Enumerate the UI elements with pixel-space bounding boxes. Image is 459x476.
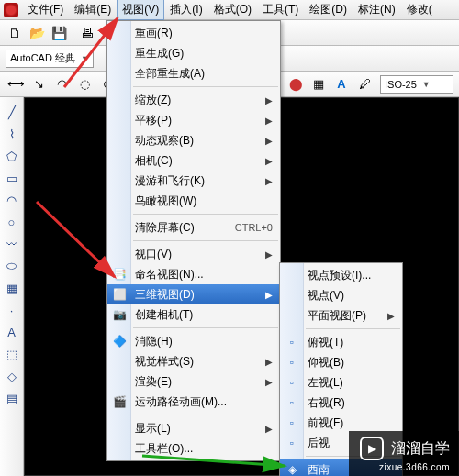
dimstyle-combo[interactable]: ISO-25 ▼ bbox=[380, 75, 453, 94]
print-icon[interactable]: 🖶 bbox=[77, 23, 97, 43]
hide-icon: 🔷 bbox=[112, 334, 127, 349]
camera-icon: 📷 bbox=[112, 307, 127, 322]
sub-top[interactable]: ▫俯视(T) bbox=[280, 332, 402, 352]
watermark-brand: 溜溜自学 bbox=[391, 439, 450, 459]
sub-right[interactable]: ▫右视(R) bbox=[280, 393, 402, 413]
sub-front[interactable]: ▫前视(F) bbox=[280, 413, 402, 433]
dim-linear-icon[interactable]: ⟷ bbox=[6, 74, 26, 94]
menu-edit[interactable]: 编辑(E) bbox=[69, 0, 117, 20]
menu-tools[interactable]: 工具(T) bbox=[257, 0, 304, 20]
menu-file[interactable]: 文件(F) bbox=[22, 0, 69, 20]
submenu-arrow-icon: ▶ bbox=[265, 357, 273, 367]
polyline-icon[interactable]: ⌇ bbox=[2, 124, 22, 144]
sub-viewpoint-preset[interactable]: 视点预设(I)... bbox=[280, 265, 402, 285]
menu-display[interactable]: 显示(L)▶ bbox=[107, 418, 280, 438]
menu-zoom[interactable]: 缩放(Z)▶ bbox=[107, 90, 280, 110]
menu-cleanscreen[interactable]: 清除屏幕(C)CTRL+0 bbox=[107, 217, 280, 238]
menu-pan[interactable]: 平移(P)▶ bbox=[107, 110, 280, 130]
open-icon[interactable]: 📂 bbox=[27, 23, 47, 43]
draw-toolbar: ╱ ⌇ ⬠ ▭ ◠ ○ 〰 ⬭ ▦ ∙ A ⬚ ◇ ▤ bbox=[0, 97, 24, 476]
submenu-arrow-icon: ▶ bbox=[265, 156, 273, 166]
cube-icon: ▫ bbox=[285, 375, 299, 390]
submenu-arrow-icon: ▶ bbox=[387, 311, 395, 321]
view-menu-dropdown: 重画(R) 重生成(G) 全部重生成(A) 缩放(Z)▶ 平移(P)▶ 动态观察… bbox=[106, 20, 281, 461]
layer-box-icon[interactable]: ▦ bbox=[308, 74, 329, 94]
view3d-icon: ⬜ bbox=[112, 287, 127, 302]
menu-insert[interactable]: 插入(I) bbox=[164, 0, 207, 20]
submenu-arrow-icon: ▶ bbox=[265, 136, 273, 146]
motion-icon: 🎬 bbox=[112, 394, 127, 409]
menu-hide[interactable]: 🔷消隐(H) bbox=[107, 331, 280, 351]
submenu-arrow-icon: ▶ bbox=[265, 176, 273, 186]
cube-icon: ▫ bbox=[285, 415, 299, 430]
new-icon[interactable]: 🗋 bbox=[5, 23, 25, 43]
app-icon bbox=[4, 3, 18, 17]
cube-icon: ▫ bbox=[285, 335, 299, 349]
menu-motionpath[interactable]: 🎬运动路径动画(M)... bbox=[107, 392, 280, 412]
watermark: ▶ 溜溜自学 zixue.3d66.com bbox=[349, 431, 459, 476]
menu-view[interactable]: 视图(V) bbox=[117, 0, 164, 20]
submenu-arrow-icon: ▶ bbox=[265, 249, 273, 260]
spline-icon[interactable]: 〰 bbox=[2, 234, 22, 254]
workspace-label: AutoCAD 经典 bbox=[10, 51, 75, 65]
chevron-down-icon: ▼ bbox=[422, 80, 431, 89]
ellipse-icon[interactable]: ⬭ bbox=[2, 256, 22, 276]
menu-walkfly[interactable]: 漫游和飞行(K)▶ bbox=[107, 171, 280, 191]
save-icon[interactable]: 💾 bbox=[49, 23, 69, 43]
submenu-arrow-icon: ▶ bbox=[265, 377, 273, 387]
iso-icon: ◈ bbox=[285, 462, 299, 476]
text-draw-icon[interactable]: A bbox=[2, 322, 22, 342]
dim-aligned-icon[interactable]: ↘ bbox=[28, 74, 49, 94]
submenu-arrow-icon: ▶ bbox=[265, 95, 273, 105]
cube-icon: ▫ bbox=[285, 436, 299, 450]
sub-viewpoint[interactable]: 视点(V) bbox=[280, 285, 402, 305]
layer-icon[interactable]: ⬤ bbox=[285, 74, 306, 94]
block-icon[interactable]: ⬚ bbox=[2, 344, 22, 364]
menu-dimension[interactable]: 标注(N) bbox=[353, 0, 401, 20]
dim-radius-icon[interactable]: ◌ bbox=[74, 74, 95, 94]
submenu-arrow-icon: ▶ bbox=[265, 424, 273, 434]
table-icon[interactable]: ▤ bbox=[2, 388, 22, 408]
sub-planview[interactable]: 平面视图(P)▶ bbox=[280, 305, 402, 326]
region-icon[interactable]: ◇ bbox=[2, 366, 22, 386]
submenu-arrow-icon: ▶ bbox=[265, 290, 273, 300]
cube-icon: ▫ bbox=[285, 395, 299, 410]
workspace-combo[interactable]: AutoCAD 经典 ▼ bbox=[6, 50, 94, 68]
rect-icon[interactable]: ▭ bbox=[2, 168, 22, 188]
dimstyle-label: ISO-25 bbox=[385, 79, 417, 90]
sub-left[interactable]: ▫左视(L) bbox=[280, 372, 402, 393]
sub-bottom[interactable]: ▫仰视(B) bbox=[280, 352, 402, 372]
menu-3dview[interactable]: ⬜三维视图(D)▶ bbox=[107, 284, 280, 304]
menu-draw[interactable]: 绘图(D) bbox=[304, 0, 353, 20]
menu-regen[interactable]: 重生成(G) bbox=[107, 43, 280, 63]
line-icon[interactable]: ╱ bbox=[2, 102, 22, 122]
menu-format[interactable]: 格式(O) bbox=[208, 0, 257, 20]
arc-icon[interactable]: ◠ bbox=[2, 190, 22, 210]
namedview-icon: 📑 bbox=[112, 267, 127, 282]
chevron-down-icon: ▼ bbox=[81, 54, 89, 63]
menubar[interactable]: 文件(F) 编辑(E) 视图(V) 插入(I) 格式(O) 工具(T) 绘图(D… bbox=[0, 0, 459, 20]
menu-render[interactable]: 渲染(E)▶ bbox=[107, 371, 280, 392]
menu-camera[interactable]: 相机(C)▶ bbox=[107, 150, 280, 171]
pen-icon[interactable]: 🖊 bbox=[354, 74, 375, 94]
cube-icon: ▫ bbox=[285, 355, 299, 370]
menu-namedview[interactable]: 📑命名视图(N)... bbox=[107, 264, 280, 284]
menu-orbit[interactable]: 动态观察(B)▶ bbox=[107, 130, 280, 150]
point-icon[interactable]: ∙ bbox=[2, 300, 22, 320]
menu-toolbar[interactable]: 工具栏(O)... bbox=[107, 438, 280, 459]
play-icon: ▶ bbox=[360, 437, 384, 460]
menu-visualstyle[interactable]: 视觉样式(S)▶ bbox=[107, 351, 280, 371]
menu-redraw[interactable]: 重画(R) bbox=[107, 23, 280, 43]
text-icon[interactable]: A bbox=[331, 74, 352, 94]
menu-modify[interactable]: 修改( bbox=[401, 0, 438, 20]
submenu-arrow-icon: ▶ bbox=[265, 116, 273, 126]
polygon-icon[interactable]: ⬠ bbox=[2, 146, 22, 166]
menu-viewport[interactable]: 视口(V)▶ bbox=[107, 244, 280, 264]
menu-createcamera[interactable]: 📷创建相机(T) bbox=[107, 304, 280, 325]
menu-regenall[interactable]: 全部重生成(A) bbox=[107, 63, 280, 83]
menu-aerial[interactable]: 鸟瞰视图(W) bbox=[107, 191, 280, 211]
hatch-icon[interactable]: ▦ bbox=[2, 278, 22, 298]
dim-arc-icon[interactable]: ◠ bbox=[51, 74, 72, 94]
watermark-url: zixue.3d66.com bbox=[360, 462, 450, 472]
circle-icon[interactable]: ○ bbox=[2, 212, 22, 232]
